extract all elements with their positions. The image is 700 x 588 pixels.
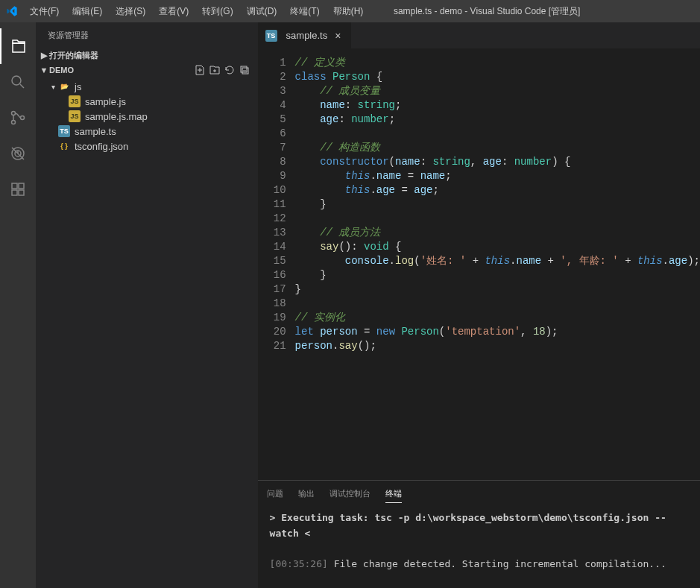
editor[interactable]: 123456789101112131415161718192021 // 定义类… — [258, 48, 700, 480]
tree-item-folder[interactable]: ▾📂js — [36, 79, 258, 94]
menu-item[interactable]: 查看(V) — [153, 2, 195, 21]
menu-item[interactable]: 帮助(H) — [327, 2, 370, 21]
js-file-icon: JS — [69, 95, 81, 107]
ts-file-icon: TS — [265, 30, 277, 42]
json-file-icon: { } — [58, 140, 70, 152]
line-gutter: 123456789101112131415161718192021 — [258, 48, 295, 480]
menu-item[interactable]: 选择(S) — [110, 2, 151, 21]
menu-item[interactable]: 文件(F) — [24, 2, 65, 21]
editor-tabs: TSsample.ts× — [258, 22, 700, 48]
file-name: js — [75, 81, 81, 92]
explorer-icon[interactable] — [0, 28, 36, 64]
new-folder-icon[interactable] — [209, 64, 221, 76]
tree-item-ts[interactable]: TSsample.ts — [36, 124, 258, 139]
editor-tab[interactable]: TSsample.ts× — [258, 22, 353, 48]
window-title: sample.ts - demo - Visual Studio Code [管… — [369, 5, 605, 18]
menu-item[interactable]: 转到(G) — [196, 2, 239, 21]
tree-item-js[interactable]: JSsample.js.map — [36, 109, 258, 124]
js-file-icon: JS — [69, 110, 81, 122]
panel-tab[interactable]: 输出 — [298, 485, 315, 503]
file-name: tsconfig.json — [75, 141, 128, 152]
folder-icon: 📂 — [58, 80, 70, 92]
search-icon[interactable] — [0, 64, 36, 100]
svg-point-0 — [12, 76, 21, 85]
sidebar: 资源管理器 ▶ 打开的编辑器 ▼ DEMO ▾📂jsJSsample.jsJSs… — [36, 22, 258, 588]
open-editors-section[interactable]: ▶ 打开的编辑器 — [36, 48, 258, 63]
panel-tab[interactable]: 终端 — [385, 485, 402, 503]
svg-rect-9 — [19, 190, 24, 195]
panel-tab[interactable]: 问题 — [267, 485, 283, 503]
file-name: sample.js.map — [85, 111, 148, 122]
menu-item[interactable]: 终端(T) — [284, 2, 325, 21]
file-name: sample.ts — [75, 126, 116, 137]
menu-bar: 文件(F)编辑(E)选择(S)查看(V)转到(G)调试(D)终端(T)帮助(H) — [24, 2, 369, 21]
code-content[interactable]: // 定义类class Person { // 成员变量 name: strin… — [295, 48, 700, 480]
ts-file-icon: TS — [58, 125, 70, 137]
svg-rect-8 — [12, 190, 17, 195]
refresh-icon[interactable] — [224, 64, 236, 76]
svg-rect-10 — [241, 66, 247, 72]
chevron-down-icon: ▼ — [39, 66, 49, 75]
file-tree: ▾📂jsJSsample.jsJSsample.js.mapTSsample.t… — [36, 78, 258, 155]
extensions-icon[interactable] — [0, 171, 36, 207]
tree-item-json[interactable]: { }tsconfig.json — [36, 139, 258, 154]
activity-bar — [0, 22, 36, 588]
open-editors-label: 打开的编辑器 — [49, 50, 255, 61]
svg-rect-6 — [12, 183, 17, 189]
source-control-icon[interactable] — [0, 100, 36, 136]
tab-label: sample.ts — [286, 30, 328, 41]
new-file-icon[interactable] — [194, 64, 206, 76]
terminal-output[interactable]: > Executing task: tsc -p d:\workspace_we… — [258, 503, 700, 588]
project-name: DEMO — [49, 66, 194, 75]
editor-area: TSsample.ts× 123456789101112131415161718… — [258, 22, 700, 588]
bottom-panel: 问题输出调试控制台终端 > Executing task: tsc -p d:\… — [258, 480, 700, 588]
file-name: sample.js — [85, 96, 126, 107]
menu-item[interactable]: 调试(D) — [241, 2, 283, 21]
collapse-all-icon[interactable] — [239, 64, 250, 76]
chevron-right-icon: ▶ — [39, 51, 49, 60]
project-section[interactable]: ▼ DEMO — [36, 63, 258, 78]
panel-tab[interactable]: 调试控制台 — [329, 485, 371, 503]
menu-item[interactable]: 编辑(E) — [66, 2, 108, 21]
close-icon[interactable]: × — [332, 30, 344, 42]
vscode-logo-icon — [6, 5, 18, 17]
svg-point-2 — [12, 121, 16, 124]
svg-rect-7 — [19, 183, 24, 189]
tree-item-js[interactable]: JSsample.js — [36, 94, 258, 109]
panel-tabs: 问题输出调试控制台终端 — [258, 481, 700, 503]
title-bar: 文件(F)编辑(E)选择(S)查看(V)转到(G)调试(D)终端(T)帮助(H)… — [0, 0, 700, 22]
chevron-down-icon: ▾ — [48, 83, 58, 91]
sidebar-title: 资源管理器 — [36, 22, 258, 48]
debug-icon[interactable] — [0, 136, 36, 171]
svg-point-3 — [21, 116, 25, 120]
svg-point-1 — [12, 112, 16, 116]
